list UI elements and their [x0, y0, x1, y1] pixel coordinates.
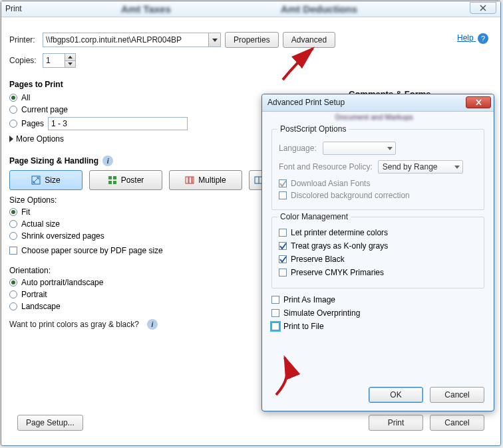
- copies-value: 1: [46, 56, 51, 65]
- radio-all-label: All: [21, 93, 30, 102]
- advanced-body: PostScript Options Language: Font and Re…: [271, 114, 484, 379]
- svg-rect-4: [113, 181, 116, 184]
- radio-pages[interactable]: [9, 120, 17, 128]
- page-setup-button[interactable]: Page Setup...: [17, 415, 83, 431]
- radio-all[interactable]: [9, 94, 17, 102]
- background-label-b: Amt Deductions: [281, 3, 357, 15]
- postscript-head: PostScript Options: [277, 124, 349, 134]
- copies-up[interactable]: [65, 54, 75, 61]
- pages-to-print-head: Pages to Print: [9, 80, 492, 89]
- handling-head: Page Sizing & Handling: [9, 156, 98, 166]
- printer-label: Printer:: [9, 35, 39, 45]
- copies-spinner[interactable]: 1: [43, 53, 76, 68]
- close-icon: [475, 99, 482, 106]
- triangle-right-icon: [9, 136, 13, 142]
- pages-input[interactable]: 1 - 3: [48, 117, 188, 130]
- printer-select[interactable]: \\fbgps01.corp.intuit.net\ARLPR004BP: [43, 33, 221, 47]
- seg-multiple[interactable]: Multiple: [169, 170, 242, 190]
- svg-rect-2: [113, 176, 116, 179]
- dropdown-button[interactable]: [208, 33, 220, 47]
- color-management-head: Color Management: [277, 212, 351, 221]
- printer-value: \\fbgps01.corp.intuit.net\ARLPR004BP: [46, 35, 182, 45]
- advanced-ok-button[interactable]: OK: [369, 387, 423, 403]
- close-icon: [479, 5, 487, 11]
- svg-rect-7: [192, 177, 194, 183]
- policy-select[interactable]: Send by Range: [378, 160, 463, 173]
- advanced-close-button[interactable]: [466, 96, 491, 108]
- background-label-a: Amt Taxes: [121, 3, 171, 15]
- bottom-bar: Page Setup... Print Cancel: [17, 415, 484, 431]
- check-discolored[interactable]: [279, 191, 287, 199]
- poster-icon: [108, 175, 117, 185]
- seg-size[interactable]: Size: [9, 170, 83, 190]
- info-icon[interactable]: i: [102, 156, 113, 166]
- svg-rect-6: [189, 177, 192, 183]
- print-titlebar: Print Amt Taxes Amt Deductions: [1, 1, 500, 17]
- multiple-icon: [185, 175, 194, 185]
- help-icon: ?: [478, 33, 488, 44]
- svg-rect-1: [108, 176, 112, 179]
- color-management-group: Color Management Let printer determine c…: [271, 217, 484, 288]
- svg-rect-5: [186, 177, 188, 183]
- policy-label: Font and Resource Policy:: [279, 162, 373, 171]
- help-link[interactable]: Help ?: [457, 33, 488, 44]
- svg-rect-3: [108, 181, 112, 184]
- print-title: Print: [5, 4, 22, 13]
- copies-label: Copies:: [9, 56, 39, 65]
- check-download-asian[interactable]: [279, 179, 287, 187]
- print-close-button[interactable]: [470, 2, 496, 14]
- advanced-button[interactable]: Advanced: [283, 32, 335, 48]
- help-label: Help: [457, 33, 474, 43]
- radio-orient-auto[interactable]: [9, 279, 17, 286]
- check-preserve-black[interactable]: [279, 255, 287, 263]
- language-select: [323, 142, 396, 155]
- check-let-printer[interactable]: [279, 229, 287, 237]
- radio-shrink[interactable]: [9, 232, 17, 240]
- check-print-to-file[interactable]: [271, 322, 279, 330]
- radio-fit[interactable]: [9, 208, 17, 216]
- check-print-as-image[interactable]: [271, 296, 279, 304]
- gray-question: Want to print colors as gray & black?: [9, 320, 139, 329]
- check-treat-grays[interactable]: [279, 242, 287, 250]
- postscript-group: PostScript Options Language: Font and Re…: [271, 129, 484, 210]
- radio-orient-portrait[interactable]: [9, 290, 17, 298]
- more-options-label: More Options: [16, 134, 64, 144]
- copies-down[interactable]: [65, 61, 75, 68]
- radio-actual[interactable]: [9, 220, 17, 228]
- advanced-titlebar: Advanced Print Setup: [262, 94, 494, 112]
- chevron-down-icon: [212, 39, 218, 42]
- properties-button[interactable]: Properties: [225, 32, 279, 48]
- size-icon: [31, 175, 41, 185]
- radio-current-label: Current page: [21, 105, 68, 114]
- advanced-cancel-button[interactable]: Cancel: [430, 387, 484, 403]
- advanced-footer: OK Cancel: [369, 387, 484, 403]
- advanced-print-setup-dialog: Advanced Print Setup Document and Markup…: [261, 94, 494, 411]
- seg-poster[interactable]: Poster: [89, 170, 162, 190]
- check-paper-source[interactable]: [9, 247, 17, 255]
- radio-orient-landscape[interactable]: [9, 302, 17, 310]
- print-button[interactable]: Print: [369, 415, 423, 431]
- cancel-button[interactable]: Cancel: [430, 415, 484, 431]
- check-preserve-cmyk[interactable]: [279, 269, 287, 277]
- check-simulate-overprinting[interactable]: [271, 309, 279, 317]
- radio-current[interactable]: [9, 106, 17, 114]
- advanced-title: Advanced Print Setup: [267, 98, 345, 107]
- info-icon-2[interactable]: i: [147, 319, 158, 330]
- language-label: Language:: [279, 144, 317, 153]
- radio-pages-label: Pages: [21, 119, 44, 128]
